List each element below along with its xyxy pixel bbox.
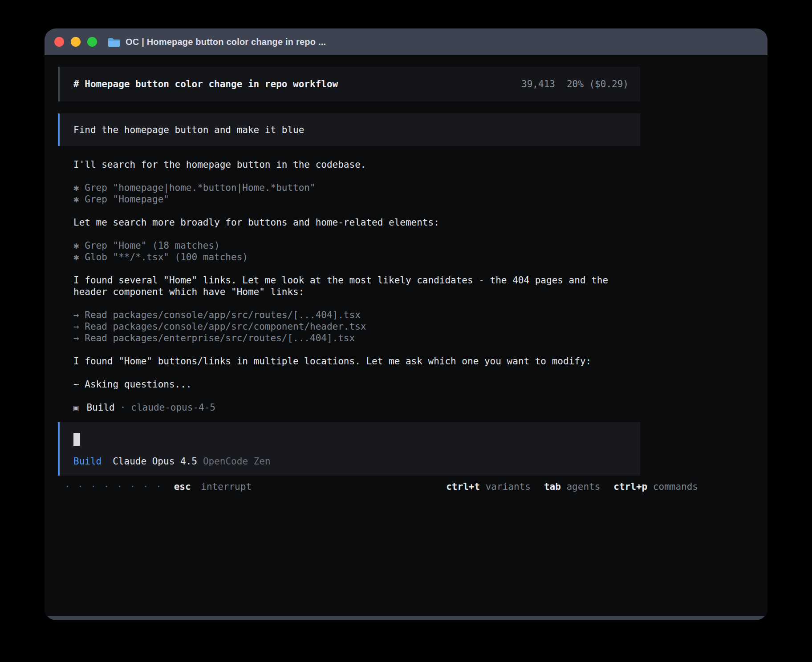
zoom-button[interactable] [87,37,97,47]
spinner-dots: · · · · · · · · [65,481,162,492]
text-cursor [73,433,80,446]
prompt-input[interactable]: Build Claude Opus 4.5 OpenCode Zen [58,422,640,476]
agent-name: Build [86,402,114,413]
user-message: Find the homepage button and make it blu… [58,113,640,146]
assistant-text: I found several "Home" links. Let me loo… [73,274,618,298]
assistant-messages: I'll search for the homepage button in t… [58,159,618,413]
agent-status-row: ▣ Build · claude-opus-4-5 [73,402,618,413]
tool-call-glob: ✱ Glob "**/*.tsx" (100 matches) [73,251,618,263]
close-button[interactable] [54,37,64,47]
assistant-text: Let me search more broadly for buttons a… [73,217,618,228]
tool-call-grep: ✱ Grep "Home" (18 matches) [73,240,618,251]
tool-call-read: → Read packages/enterprise/src/routes/[.… [73,332,618,344]
window-title: OC | Homepage button color change in rep… [126,37,326,47]
agent-separator: · [120,402,126,413]
agent-model: claude-opus-4-5 [131,402,215,413]
folder-icon [108,37,120,47]
status-asking-questions: ~ Asking questions... [73,379,618,390]
traffic-lights [54,37,97,47]
shortcut-hints: ctrl+t variants tab agents ctrl+p comman… [446,481,698,492]
agent-build-icon: ▣ [73,402,78,413]
assistant-text: I found "Home" buttons/links in multiple… [73,355,618,367]
tool-call-grep: ✱ Grep "homepage|home.*button|Home.*butt… [73,182,618,194]
terminal-window: OC | Homepage button color change in rep… [45,28,767,620]
esc-key: esc [174,481,191,492]
tool-call-grep: ✱ Grep "Homepage" [73,194,618,205]
window-titlebar[interactable]: OC | Homepage button color change in rep… [45,28,767,55]
tool-call-read: → Read packages/console/app/src/routes/[… [73,309,618,321]
session-title: # Homepage button color change in repo w… [73,79,338,89]
input-meta: Build Claude Opus 4.5 OpenCode Zen [73,456,629,467]
input-provider: OpenCode Zen [203,456,271,467]
terminal-content: # Homepage button color change in repo w… [45,55,767,616]
status-bar: · · · · · · · · esc interrupt ctrl+t var… [65,481,698,492]
tool-call-read: → Read packages/console/app/src/componen… [73,321,618,332]
assistant-text: I'll search for the homepage button in t… [73,159,618,170]
shortcut-interrupt: esc interrupt [174,481,252,492]
session-stats: 39,41320% ($0.29) [521,79,629,89]
esc-label: interrupt [201,481,252,492]
shortcut-commands: ctrl+p commands [613,481,698,492]
shortcut-variants: ctrl+t variants [446,481,531,492]
user-message-text: Find the homepage button and make it blu… [73,125,304,135]
input-agent-mode: Build [73,456,102,467]
session-header: # Homepage button color change in repo w… [58,67,640,101]
token-count: 39,413 [521,79,555,89]
context-usage: 20% ($0.29) [567,79,629,89]
minimize-button[interactable] [71,37,81,47]
shortcut-agents: tab agents [544,481,600,492]
input-model: Claude Opus 4.5 [113,456,197,467]
